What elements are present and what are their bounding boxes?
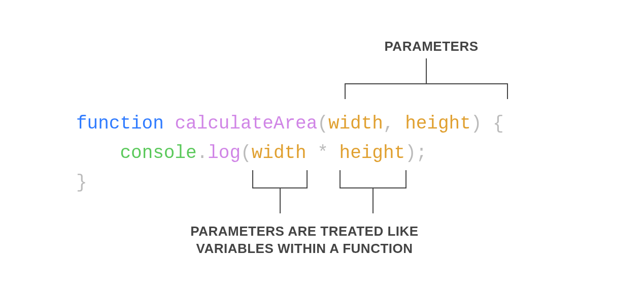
brace-close: } bbox=[76, 172, 87, 193]
comma: , bbox=[383, 113, 405, 134]
indent bbox=[76, 143, 120, 164]
parameters-explanation-label: PARAMETERS ARE TREATED LIKE VARIABLES WI… bbox=[147, 223, 462, 257]
log-paren-close: ) bbox=[405, 143, 416, 164]
explanation-line-1: PARAMETERS ARE TREATED LIKE bbox=[190, 224, 418, 239]
paren-close: ) bbox=[471, 113, 482, 134]
function-name: calculateArea bbox=[175, 113, 317, 134]
param-width-decl: width bbox=[328, 113, 383, 134]
code-snippet: function calculateArea(width, height) { … bbox=[76, 109, 504, 198]
semicolon: ; bbox=[416, 143, 427, 164]
log-method: log bbox=[208, 143, 241, 164]
brace-open: { bbox=[482, 113, 503, 134]
parameters-label: PARAMETERS bbox=[340, 39, 523, 54]
star-operator: * bbox=[307, 143, 340, 164]
paren-open: ( bbox=[317, 113, 328, 134]
explanation-line-2: VARIABLES WITHIN A FUNCTION bbox=[196, 241, 413, 256]
param-width-use: width bbox=[252, 143, 307, 164]
log-paren-open: ( bbox=[241, 143, 252, 164]
console-object: console bbox=[120, 143, 196, 164]
dot: . bbox=[197, 143, 208, 164]
keyword-function: function bbox=[76, 113, 164, 134]
param-height-use: height bbox=[340, 143, 405, 164]
param-height-decl: height bbox=[405, 113, 471, 134]
